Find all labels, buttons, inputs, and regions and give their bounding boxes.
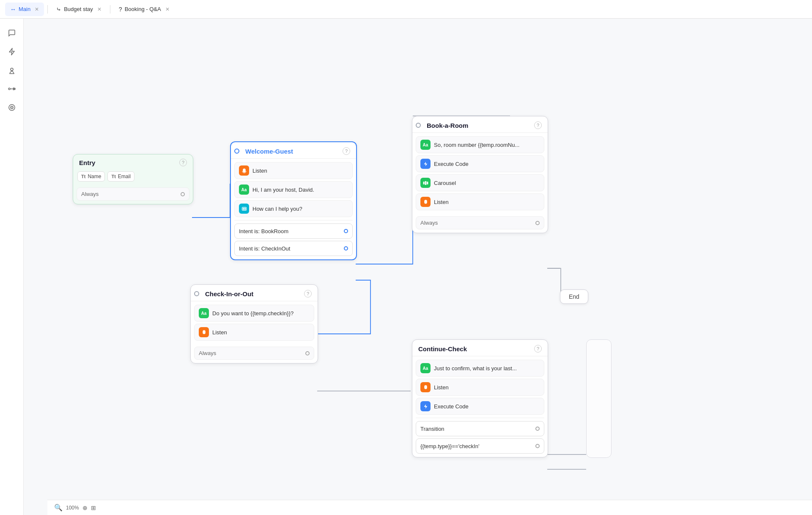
greeting-badge: Aa: [239, 185, 249, 195]
continue-confirm-label: Just to confirm, what is your last...: [434, 365, 517, 372]
tab-divider-1: [47, 5, 48, 14]
entry-always-label: Always: [81, 191, 99, 197]
tab-main[interactable]: ↔ Main ✕: [5, 3, 44, 16]
tab-booking[interactable]: ? Booking - Q&A ✕: [114, 3, 175, 16]
book-execute-label: Execute Code: [434, 161, 469, 167]
welcome-help-label: How can I help you?: [252, 206, 302, 212]
continue-condition-checkin[interactable]: {{temp.type}}=='checkIn': [416, 438, 544, 454]
book-body: Aa So, room number {{temp.roomNu... Exec…: [412, 133, 548, 214]
sidebar-btn-target[interactable]: [4, 100, 19, 115]
welcome-node: Welcome-Guest ? Listen Aa Hi, I am your …: [230, 141, 357, 260]
tt-email-icon: Tt: [111, 174, 115, 179]
svg-rect-11: [425, 181, 426, 185]
continue-condition-transition[interactable]: Transition: [416, 421, 544, 436]
continue-checkin-label: {{temp.type}}=='checkIn': [420, 443, 479, 449]
book-always-connector: [535, 221, 540, 225]
welcome-row-greeting[interactable]: Aa Hi, I am your host, David.: [234, 181, 353, 198]
welcome-row-listen[interactable]: Listen: [234, 162, 353, 179]
book-row-carousel[interactable]: Carousel: [416, 174, 544, 191]
tab-main-close[interactable]: ✕: [35, 6, 39, 12]
welcome-condition-bookroom[interactable]: Intent is: BookRoom: [234, 223, 353, 239]
tab-main-icon: ↔: [10, 6, 16, 13]
welcome-greeting-label: Hi, I am your host, David.: [252, 187, 314, 193]
book-row-execute[interactable]: Execute Code: [416, 155, 544, 172]
entry-header: Entry ?: [73, 154, 193, 170]
canvas[interactable]: Entry ? Tt Name Tt Email Always Welcome: [24, 19, 812, 515]
welcome-divider: [234, 220, 353, 220]
entry-field-email-label: Email: [118, 174, 131, 179]
continue-body: Aa Just to confirm, what is your last...…: [412, 356, 548, 457]
zoom-in-btn[interactable]: ⊕: [82, 504, 88, 511]
tab-budget[interactable]: ⤷ Budget stay ✕: [51, 3, 107, 16]
welcome-row-help[interactable]: How can I help you?: [234, 200, 353, 217]
sidebar-btn-arrow[interactable]: [4, 81, 19, 96]
listen-badge: [239, 165, 249, 176]
continue-check-node: Continue-Check ? Aa Just to confirm, wha…: [412, 339, 548, 457]
welcome-header: Welcome-Guest ?: [231, 142, 356, 159]
check-title: Check-In-or-Out: [205, 290, 253, 297]
welcome-help[interactable]: ?: [343, 147, 350, 155]
svg-point-5: [11, 107, 12, 108]
continue-transition-dot: [535, 427, 540, 431]
book-a-room-header: Book-a-Room ?: [412, 116, 548, 133]
tab-bar: ↔ Main ✕ ⤷ Budget stay ✕ ? Booking - Q&A…: [0, 0, 812, 19]
check-help[interactable]: ?: [304, 290, 312, 297]
zoom-fit-btn[interactable]: ⊞: [91, 504, 96, 511]
check-listen-badge: [199, 327, 209, 337]
entry-always-row: Always: [77, 187, 189, 201]
continue-row-confirm[interactable]: Aa Just to confirm, what is your last...: [416, 360, 544, 377]
sidebar-btn-bolt[interactable]: [4, 44, 19, 59]
book-row-roomnum[interactable]: Aa So, room number {{temp.roomNu...: [416, 136, 544, 153]
end-label: End: [569, 293, 579, 300]
continue-row-listen[interactable]: Listen: [416, 379, 544, 396]
continue-execute-label: Execute Code: [434, 403, 469, 410]
book-listen-badge: [420, 197, 431, 207]
check-left-port: [194, 291, 199, 296]
partial-node-right: [586, 339, 612, 458]
book-row-listen[interactable]: Listen: [416, 193, 544, 210]
execute-badge: [420, 159, 431, 169]
tab-budget-label: Budget stay: [64, 6, 93, 12]
welcome-condition-checkinout[interactable]: Intent is: CheckInOut: [234, 241, 353, 256]
entry-title: Entry: [79, 159, 95, 166]
zoom-level: 100%: [66, 505, 79, 511]
book-always-row: Always: [416, 216, 544, 229]
book-listen-label: Listen: [434, 199, 449, 205]
carousel-badge: [420, 178, 431, 188]
check-row-ask[interactable]: Aa Do you want to {{temp.checkIn}}?: [194, 305, 314, 322]
welcome-bookroom-dot: [344, 229, 348, 233]
book-help[interactable]: ?: [534, 121, 542, 129]
entry-connector: [181, 192, 185, 196]
sidebar-btn-pin[interactable]: [4, 63, 19, 78]
check-ask-badge: Aa: [199, 308, 209, 318]
roomnum-badge: Aa: [420, 140, 431, 150]
entry-help[interactable]: ?: [179, 159, 187, 166]
book-a-room-node: Book-a-Room ? Aa So, room number {{temp.…: [412, 116, 548, 233]
continue-header: Continue-Check ?: [412, 340, 548, 356]
book-footer: Always: [412, 214, 548, 233]
zoom-out-btn[interactable]: 🔍: [54, 504, 63, 512]
svg-point-1: [8, 88, 10, 90]
tab-booking-icon: ?: [119, 6, 122, 13]
tab-budget-close[interactable]: ✕: [97, 6, 102, 12]
svg-rect-8: [243, 208, 244, 209]
check-body: Aa Do you want to {{temp.checkIn}}? List…: [191, 301, 318, 344]
continue-title: Continue-Check: [418, 345, 467, 353]
tab-booking-close[interactable]: ✕: [165, 6, 170, 12]
continue-help[interactable]: ?: [534, 345, 542, 353]
check-footer: Always: [191, 344, 318, 363]
svg-rect-9: [244, 208, 246, 209]
tab-budget-icon: ⤷: [56, 6, 61, 13]
check-row-listen[interactable]: Listen: [194, 324, 314, 341]
welcome-bookroom-label: Intent is: BookRoom: [239, 228, 288, 234]
continue-divider: [416, 418, 544, 418]
sidebar-btn-chat[interactable]: [4, 25, 19, 41]
entry-field-name-label: Name: [88, 174, 101, 179]
welcome-title: Welcome-Guest: [245, 148, 293, 155]
book-title: Book-a-Room: [427, 122, 468, 129]
book-roomnum-label: So, room number {{temp.roomNu...: [434, 142, 519, 148]
tab-booking-label: Booking - Q&A: [125, 6, 161, 12]
tab-main-label: Main: [19, 6, 30, 12]
svg-rect-10: [423, 182, 424, 185]
continue-row-execute[interactable]: Execute Code: [416, 398, 544, 415]
